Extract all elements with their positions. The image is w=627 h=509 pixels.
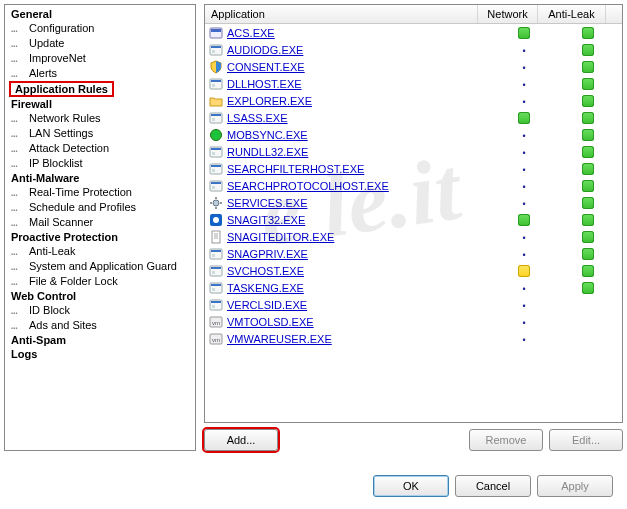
col-anti-leak[interactable]: Anti-Leak bbox=[538, 5, 606, 23]
tree-category[interactable]: Proactive Protection bbox=[5, 230, 195, 244]
tree-category[interactable]: Firewall bbox=[5, 97, 195, 111]
cell-network[interactable]: • bbox=[494, 231, 554, 243]
app-name-link[interactable]: VMWAREUSER.EXE bbox=[227, 333, 332, 345]
app-name-link[interactable]: SNAGITEDITOR.EXE bbox=[227, 231, 334, 243]
app-name-link[interactable]: SNAGIT32.EXE bbox=[227, 214, 305, 226]
tree-category[interactable]: Anti-Malware bbox=[5, 171, 195, 185]
table-row[interactable]: RUNDLL32.EXE• bbox=[205, 143, 622, 160]
app-name-link[interactable]: DLLHOST.EXE bbox=[227, 78, 302, 90]
edit-button[interactable]: Edit... bbox=[549, 429, 623, 451]
tree-item[interactable]: …LAN Settings bbox=[5, 126, 195, 141]
tree-item[interactable]: …Network Rules bbox=[5, 111, 195, 126]
tree-item[interactable]: …File & Folder Lock bbox=[5, 274, 195, 289]
cell-anti-leak[interactable] bbox=[554, 281, 622, 294]
tree-item[interactable]: …Configuration bbox=[5, 21, 195, 36]
add-button[interactable]: Add... bbox=[204, 429, 278, 451]
app-name-link[interactable]: TASKENG.EXE bbox=[227, 282, 304, 294]
cell-network[interactable]: • bbox=[494, 333, 554, 345]
cell-anti-leak[interactable] bbox=[554, 230, 622, 243]
table-row[interactable]: ACS.EXE bbox=[205, 24, 622, 41]
table-row[interactable]: LSASS.EXE bbox=[205, 109, 622, 126]
tree-item[interactable]: …Mail Scanner bbox=[5, 215, 195, 230]
cell-anti-leak[interactable] bbox=[554, 111, 622, 124]
tree-item[interactable]: …System and Application Guard bbox=[5, 259, 195, 274]
tree-item[interactable]: …ImproveNet bbox=[5, 51, 195, 66]
cell-anti-leak[interactable] bbox=[554, 77, 622, 90]
tree-item[interactable]: …Anti-Leak bbox=[5, 244, 195, 259]
tree-item[interactable]: …IP Blocklist bbox=[5, 156, 195, 171]
cell-anti-leak[interactable] bbox=[554, 43, 622, 56]
col-network[interactable]: Network bbox=[478, 5, 538, 23]
table-row[interactable]: SEARCHFILTERHOST.EXE• bbox=[205, 160, 622, 177]
cell-network[interactable]: • bbox=[494, 180, 554, 192]
app-name-link[interactable]: VMTOOLSD.EXE bbox=[227, 316, 314, 328]
cell-anti-leak[interactable] bbox=[554, 94, 622, 107]
tree-item[interactable]: …ID Block bbox=[5, 303, 195, 318]
cell-anti-leak[interactable] bbox=[554, 264, 622, 277]
cell-anti-leak[interactable] bbox=[554, 196, 622, 209]
cell-network[interactable]: • bbox=[494, 197, 554, 209]
app-name-link[interactable]: LSASS.EXE bbox=[227, 112, 288, 124]
app-name-link[interactable]: VERCLSID.EXE bbox=[227, 299, 307, 311]
table-row[interactable]: MOBSYNC.EXE• bbox=[205, 126, 622, 143]
cancel-button[interactable]: Cancel bbox=[455, 475, 531, 497]
ok-button[interactable]: OK bbox=[373, 475, 449, 497]
cell-network[interactable]: • bbox=[494, 129, 554, 141]
app-name-link[interactable]: MOBSYNC.EXE bbox=[227, 129, 308, 141]
table-row[interactable]: AUDIODG.EXE• bbox=[205, 41, 622, 58]
cell-network[interactable] bbox=[494, 111, 554, 124]
table-row[interactable]: VERCLSID.EXE• bbox=[205, 296, 622, 313]
tree-item[interactable]: …Real-Time Protection bbox=[5, 185, 195, 200]
app-name-link[interactable]: ACS.EXE bbox=[227, 27, 275, 39]
cell-network[interactable]: • bbox=[494, 95, 554, 107]
tree-item[interactable]: …Update bbox=[5, 36, 195, 51]
table-row[interactable]: EXPLORER.EXE• bbox=[205, 92, 622, 109]
cell-network[interactable]: • bbox=[494, 248, 554, 260]
cell-network[interactable]: • bbox=[494, 316, 554, 328]
cell-network[interactable]: • bbox=[494, 299, 554, 311]
cell-network[interactable]: • bbox=[494, 78, 554, 90]
cell-network[interactable] bbox=[494, 26, 554, 39]
tree-category[interactable]: Web Control bbox=[5, 289, 195, 303]
cell-anti-leak[interactable] bbox=[554, 213, 622, 226]
cell-network[interactable] bbox=[494, 213, 554, 226]
cell-network[interactable]: • bbox=[494, 44, 554, 56]
table-row[interactable]: SVCHOST.EXE bbox=[205, 262, 622, 279]
app-name-link[interactable]: SERVICES.EXE bbox=[227, 197, 308, 209]
table-row[interactable]: vmVMTOOLSD.EXE• bbox=[205, 313, 622, 330]
tree-item[interactable]: …Attack Detection bbox=[5, 141, 195, 156]
table-row[interactable]: SNAGPRIV.EXE• bbox=[205, 245, 622, 262]
cell-anti-leak[interactable] bbox=[554, 179, 622, 192]
table-row[interactable]: vmVMWAREUSER.EXE• bbox=[205, 330, 622, 347]
settings-tree[interactable]: General…Configuration…Update…ImproveNet…… bbox=[4, 4, 196, 451]
tree-category[interactable]: Application Rules bbox=[9, 81, 114, 97]
cell-network[interactable] bbox=[494, 264, 554, 277]
table-row[interactable]: SERVICES.EXE• bbox=[205, 194, 622, 211]
cell-anti-leak[interactable] bbox=[554, 128, 622, 141]
app-name-link[interactable]: SNAGPRIV.EXE bbox=[227, 248, 308, 260]
tree-category[interactable]: Anti-Spam bbox=[5, 333, 195, 347]
apply-button[interactable]: Apply bbox=[537, 475, 613, 497]
app-name-link[interactable]: RUNDLL32.EXE bbox=[227, 146, 308, 158]
table-row[interactable]: SNAGIT32.EXE bbox=[205, 211, 622, 228]
table-row[interactable]: SNAGITEDITOR.EXE• bbox=[205, 228, 622, 245]
app-name-link[interactable]: SEARCHPROTOCOLHOST.EXE bbox=[227, 180, 389, 192]
cell-network[interactable]: • bbox=[494, 146, 554, 158]
app-name-link[interactable]: SEARCHFILTERHOST.EXE bbox=[227, 163, 364, 175]
tree-item[interactable]: …Schedule and Profiles bbox=[5, 200, 195, 215]
tree-category[interactable]: Logs bbox=[5, 347, 195, 361]
app-name-link[interactable]: AUDIODG.EXE bbox=[227, 44, 303, 56]
app-name-link[interactable]: CONSENT.EXE bbox=[227, 61, 305, 73]
app-name-link[interactable]: EXPLORER.EXE bbox=[227, 95, 312, 107]
tree-item[interactable]: …Alerts bbox=[5, 66, 195, 81]
table-row[interactable]: SEARCHPROTOCOLHOST.EXE• bbox=[205, 177, 622, 194]
list-body[interactable]: ACS.EXEAUDIODG.EXE•CONSENT.EXE•DLLHOST.E… bbox=[205, 24, 622, 422]
col-application[interactable]: Application bbox=[205, 5, 478, 23]
tree-item[interactable]: …Ads and Sites bbox=[5, 318, 195, 333]
remove-button[interactable]: Remove bbox=[469, 429, 543, 451]
cell-network[interactable]: • bbox=[494, 61, 554, 73]
cell-anti-leak[interactable] bbox=[554, 145, 622, 158]
cell-network[interactable]: • bbox=[494, 282, 554, 294]
cell-anti-leak[interactable] bbox=[554, 26, 622, 39]
cell-anti-leak[interactable] bbox=[554, 60, 622, 73]
